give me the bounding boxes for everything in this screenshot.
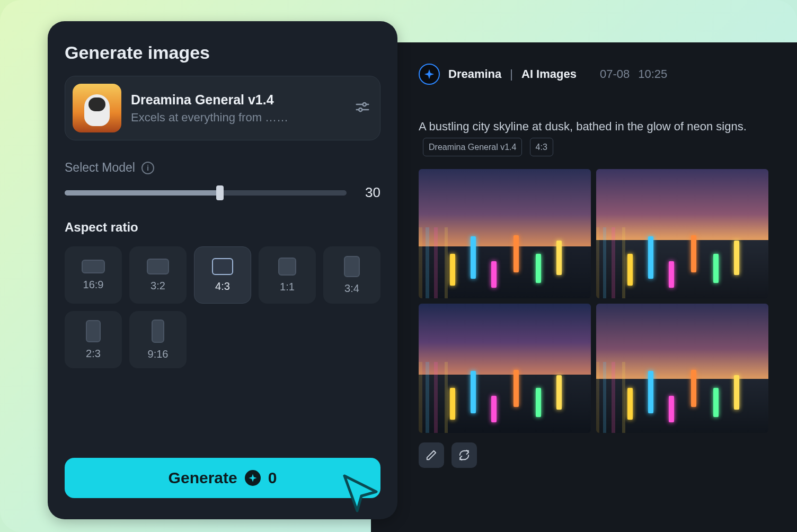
aspect-ratio-3-2[interactable]: 3:2 xyxy=(129,246,187,304)
edit-icon xyxy=(426,449,437,461)
slider-value: 30 xyxy=(359,184,380,201)
results-header: Dreamina | AI Images 07-08 10:25 xyxy=(419,64,776,85)
aspect-ratio-3-4[interactable]: 3:4 xyxy=(323,246,380,304)
prompt-content: A bustling city skyline at dusk, bathed … xyxy=(419,120,747,133)
generate-label: Generate xyxy=(169,469,237,487)
panel-title: Generate images xyxy=(65,42,380,63)
result-date: 07-08 xyxy=(600,67,630,81)
generate-credits: 0 xyxy=(268,469,277,487)
select-model-label: Select Model xyxy=(65,161,135,175)
svg-point-3 xyxy=(359,108,362,111)
ratio-chip: 4:3 xyxy=(530,138,553,156)
prompt-text: A bustling city skyline at dusk, bathed … xyxy=(419,117,776,156)
ratio-label: 3:2 xyxy=(150,280,165,292)
aspect-ratio-label: Aspect ratio xyxy=(65,220,380,235)
generated-image-4[interactable] xyxy=(596,304,768,433)
model-selector[interactable]: Dreamina General v1.4 Excels at everythi… xyxy=(65,76,380,140)
model-description: Excels at everything from …… xyxy=(131,111,345,125)
ratio-shape xyxy=(82,260,105,273)
generated-image-2[interactable] xyxy=(596,169,768,298)
result-actions xyxy=(419,442,776,468)
generated-image-1[interactable] xyxy=(419,169,591,298)
results-panel: Dreamina | AI Images 07-08 10:25 A bustl… xyxy=(371,42,797,532)
ratio-shape xyxy=(147,259,169,274)
edit-button[interactable] xyxy=(419,442,444,468)
model-name: Dreamina General v1.4 xyxy=(131,92,345,108)
ratio-label: 9:16 xyxy=(148,348,169,360)
spark-icon xyxy=(245,470,261,486)
aspect-ratio-1-1[interactable]: 1:1 xyxy=(259,246,316,304)
aspect-ratio-9-16[interactable]: 9:16 xyxy=(129,311,187,368)
app-name: Dreamina xyxy=(448,67,501,81)
result-time: 10:25 xyxy=(638,67,667,81)
settings-icon[interactable] xyxy=(355,99,370,117)
section-name: AI Images xyxy=(521,67,577,81)
ratio-shape xyxy=(278,258,296,276)
generate-panel: Generate images Dreamina General v1.4 Ex… xyxy=(48,21,397,519)
aspect-ratio-4-3[interactable]: 4:3 xyxy=(194,246,251,304)
info-icon[interactable]: i xyxy=(141,162,154,174)
ratio-shape xyxy=(86,320,101,342)
generated-image-grid xyxy=(419,169,768,433)
select-model-label-row: Select Model i xyxy=(65,161,380,175)
regenerate-button[interactable] xyxy=(451,442,477,468)
slider-thumb[interactable] xyxy=(216,185,224,200)
aspect-ratio-16-9[interactable]: 16:9 xyxy=(65,246,122,304)
model-slider[interactable] xyxy=(65,190,347,196)
ratio-label: 1:1 xyxy=(280,281,295,293)
aspect-ratio-2-3[interactable]: 2:3 xyxy=(65,311,122,368)
ratio-shape xyxy=(152,320,164,343)
svg-point-1 xyxy=(363,103,366,106)
model-thumbnail xyxy=(73,84,121,132)
aspect-ratio-grid: 16:93:24:31:13:42:39:16 xyxy=(65,246,380,368)
separator: | xyxy=(510,67,513,81)
ratio-label: 3:4 xyxy=(344,282,359,295)
ratio-label: 2:3 xyxy=(86,348,101,360)
regenerate-icon xyxy=(458,449,470,461)
ratio-shape xyxy=(212,258,233,275)
ratio-shape xyxy=(344,256,360,277)
ratio-label: 16:9 xyxy=(83,279,104,291)
generate-button[interactable]: Generate 0 xyxy=(65,458,380,498)
generated-image-3[interactable] xyxy=(419,304,591,433)
app-icon xyxy=(419,64,440,85)
ratio-label: 4:3 xyxy=(215,280,230,292)
model-chip: Dreamina General v1.4 xyxy=(423,138,522,156)
